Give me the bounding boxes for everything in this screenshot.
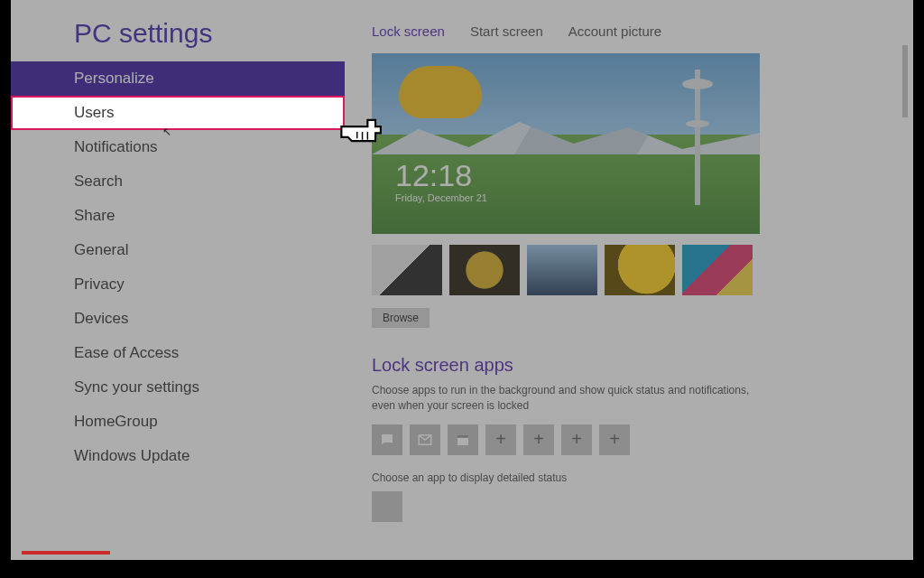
detailed-status-slot[interactable]	[372, 491, 402, 522]
quick-status-slot-add-4[interactable]: +	[599, 424, 630, 455]
lockscreen-time: 12:18	[395, 160, 487, 191]
quick-status-slot-mail[interactable]	[410, 424, 440, 455]
quick-status-slots: + + + +	[372, 424, 886, 455]
page-title: PC settings	[11, 13, 345, 61]
detailed-status-desc: Choose an app to display detailed status	[372, 471, 886, 484]
sidebar-item-privacy[interactable]: Privacy	[11, 267, 345, 302]
mail-icon	[417, 432, 433, 448]
sidebar-item-personalize[interactable]: Personalize	[11, 61, 345, 96]
quick-status-slot-calendar[interactable]	[448, 424, 478, 455]
settings-nav: PersonalizeUsersNotificationsSearchShare…	[11, 61, 345, 473]
sidebar-item-share[interactable]: Share	[11, 199, 345, 233]
quick-status-slot-add-3[interactable]: +	[561, 424, 592, 455]
sidebar-item-users[interactable]: Users	[11, 96, 345, 130]
chat-icon	[379, 432, 395, 448]
video-progress-bar[interactable]	[22, 551, 110, 555]
sidebar-item-general[interactable]: General	[11, 233, 345, 267]
personalize-tabs: Lock screenStart screenAccount picture	[372, 23, 886, 39]
personalize-panel: Lock screenStart screenAccount picture 1…	[345, 0, 913, 560]
quick-status-slot-messaging[interactable]	[372, 424, 402, 455]
quick-status-slot-add-1[interactable]: +	[485, 424, 516, 455]
settings-sidebar: PC settings PersonalizeUsersNotification…	[11, 0, 345, 560]
sidebar-item-ease-of-access[interactable]: Ease of Access	[11, 336, 345, 370]
lockscreen-apps-desc: Choose apps to run in the background and…	[372, 383, 760, 414]
lockscreen-thumb-4[interactable]	[605, 245, 675, 295]
lockscreen-date: Friday, December 21	[395, 192, 487, 203]
tab-account-picture[interactable]: Account picture	[568, 23, 661, 39]
lockscreen-thumb-1[interactable]	[372, 245, 442, 295]
scrollbar[interactable]	[902, 45, 908, 117]
lockscreen-thumbnails	[372, 245, 886, 295]
svg-rect-1	[457, 434, 468, 437]
lockscreen-thumb-5[interactable]	[682, 245, 753, 295]
quick-status-slot-add-2[interactable]: +	[523, 424, 554, 455]
tab-start-screen[interactable]: Start screen	[470, 23, 543, 39]
lockscreen-preview[interactable]: 12:18 Friday, December 21	[372, 53, 760, 234]
lockscreen-clock: 12:18 Friday, December 21	[395, 160, 487, 203]
sidebar-item-sync-your-settings[interactable]: Sync your settings	[11, 370, 345, 405]
lockscreen-apps-heading: Lock screen apps	[372, 355, 886, 376]
space-needle-decor	[695, 70, 700, 205]
lockscreen-thumb-3[interactable]	[527, 245, 597, 295]
lockscreen-thumb-2[interactable]	[449, 245, 520, 295]
cloud-decor	[399, 66, 482, 118]
browse-button[interactable]: Browse	[372, 308, 430, 328]
sidebar-item-homegroup[interactable]: HomeGroup	[11, 405, 345, 439]
sidebar-item-devices[interactable]: Devices	[11, 302, 345, 336]
sidebar-item-notifications[interactable]: Notifications	[11, 130, 345, 164]
sidebar-item-windows-update[interactable]: Windows Update	[11, 439, 345, 473]
calendar-icon	[455, 432, 471, 448]
sidebar-item-search[interactable]: Search	[11, 164, 345, 199]
pc-settings-window: PC settings PersonalizeUsersNotification…	[11, 0, 913, 560]
tab-lock-screen[interactable]: Lock screen	[372, 23, 445, 39]
